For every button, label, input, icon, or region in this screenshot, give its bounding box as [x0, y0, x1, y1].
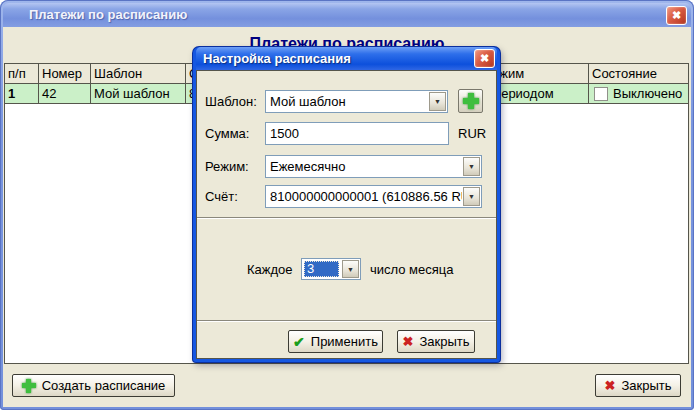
mode-value: Ежемесячно — [266, 156, 462, 177]
add-template-button[interactable] — [458, 89, 483, 113]
day-value-selected: 3 — [304, 261, 339, 277]
chevron-down-icon: ▼ — [468, 163, 475, 170]
create-schedule-label: Создать расписание — [42, 378, 166, 393]
cell-number: 42 — [39, 84, 91, 104]
window-title: Платежи по расписанию — [29, 7, 187, 22]
dialog-close-button[interactable]: ✖ — [474, 49, 495, 68]
panel-divider — [197, 217, 496, 219]
dropdown-arrow-button[interactable]: ▼ — [463, 157, 480, 176]
day-suffix-label: число месяца — [370, 258, 454, 281]
create-schedule-button[interactable]: Создать расписание — [12, 374, 175, 397]
panel-divider — [197, 320, 496, 322]
dropdown-arrow-button[interactable]: ▼ — [429, 92, 446, 111]
dialog-client-area: Шаблон: Мой шаблон ▼ Сумма: RUR Режим: Е… — [196, 70, 497, 359]
screen: Платежи по расписанию ✖ Платежи по распи… — [0, 0, 694, 410]
cell-template: Мой шаблон — [91, 84, 186, 104]
cell-index: 1 — [5, 84, 39, 104]
check-icon: ✔ — [293, 334, 305, 350]
account-label: Счёт: — [205, 185, 238, 208]
cross-icon: ✖ — [605, 378, 616, 393]
dialog-title: Настройка расписания — [203, 51, 351, 66]
apply-label: Применить — [311, 334, 378, 349]
state-checkbox[interactable] — [594, 87, 608, 101]
state-label: Выключено — [613, 86, 682, 101]
template-value: Мой шаблон — [266, 91, 428, 112]
column-header-template: Шаблон — [91, 64, 186, 84]
chevron-down-icon: ▼ — [347, 266, 354, 273]
template-label: Шаблон: — [205, 90, 257, 113]
dropdown-arrow-button[interactable]: ▼ — [342, 260, 359, 278]
account-combobox[interactable]: 810000000000001 (610886.56 RUR) ▼ — [265, 185, 482, 208]
schedule-settings-dialog: Настройка расписания ✖ Шаблон: Мой шабло… — [193, 47, 500, 362]
window-titlebar: Платежи по расписанию ✖ — [3, 3, 691, 27]
plus-icon — [463, 93, 479, 109]
apply-button[interactable]: ✔ Применить — [288, 330, 383, 353]
day-combobox[interactable]: 3 ▼ — [301, 258, 361, 280]
mode-label: Режим: — [205, 155, 249, 178]
dialog-titlebar: Настройка расписания ✖ — [196, 47, 497, 70]
close-icon: ✖ — [672, 9, 681, 22]
window-close-button[interactable]: ✖ — [666, 6, 687, 25]
window-close-bottom-button[interactable]: ✖ Закрыть — [595, 374, 681, 397]
close-icon: ✖ — [480, 52, 489, 65]
template-combobox[interactable]: Мой шаблон ▼ — [265, 90, 448, 113]
day-prefix-label: Каждое — [247, 258, 293, 281]
amount-label: Сумма: — [205, 122, 249, 145]
dialog-close-bottom-button[interactable]: ✖ Закрыть — [397, 330, 475, 353]
column-header-index: п/п — [5, 64, 39, 84]
amount-input[interactable] — [265, 122, 449, 145]
cross-icon: ✖ — [403, 334, 414, 349]
dialog-close-label: Закрыть — [419, 334, 469, 349]
window-close-bottom-label: Закрыть — [621, 378, 671, 393]
mode-combobox[interactable]: Ежемесячно ▼ — [265, 155, 482, 178]
chevron-down-icon: ▼ — [468, 193, 475, 200]
cell-state: Выключено — [589, 84, 688, 104]
column-header-state: Состояние — [589, 64, 688, 84]
plus-icon — [22, 379, 36, 393]
chevron-down-icon: ▼ — [434, 98, 441, 105]
account-value: 810000000000001 (610886.56 RUR) — [266, 186, 462, 207]
currency-label: RUR — [458, 122, 486, 145]
column-header-number: Номер — [39, 64, 91, 84]
dropdown-arrow-button[interactable]: ▼ — [463, 187, 480, 206]
